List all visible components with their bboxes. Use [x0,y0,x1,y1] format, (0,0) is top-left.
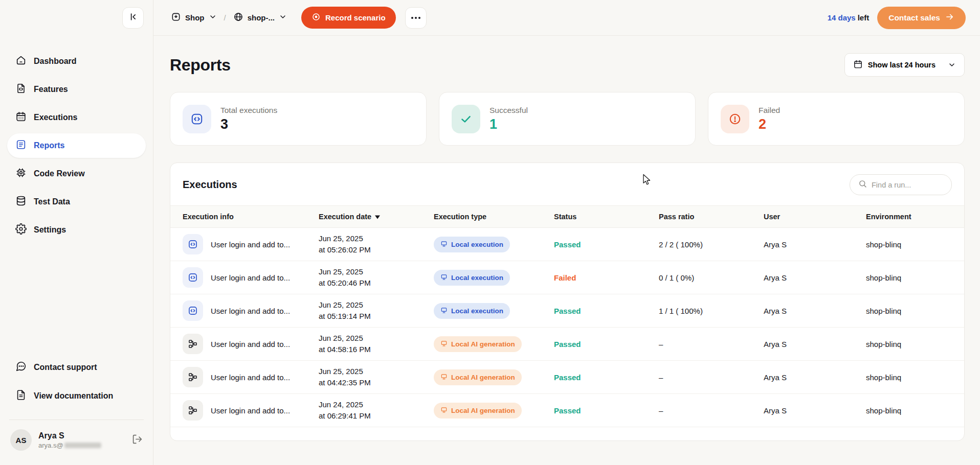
column-header-environment: Environment [866,213,964,221]
home-icon [15,55,27,68]
sidebar-item-view-documentation[interactable]: View documentation [0,384,153,408]
run-date: Jun 25, 2025at 05:19:14 PM [319,299,434,322]
run-environment: shop-blinq [866,406,964,415]
date-filter-dropdown[interactable]: Show last 24 hours [844,53,965,77]
chat-icon [15,361,27,374]
stat-value: 3 [220,117,277,132]
sidebar-item-dashboard[interactable]: Dashboard [0,49,153,74]
record-scenario-button[interactable]: Record scenario [301,7,396,29]
execution-type-badge: Local execution [434,303,510,319]
executions-title: Executions [183,179,237,191]
trial-countdown: 14 daysleft [828,13,870,22]
sidebar-divider [9,420,144,420]
table-row[interactable]: User login and add to... Jun 24, 2025at … [170,394,964,427]
run-name: User login and add to... [211,406,290,415]
execution-type-badge: Local execution [434,237,510,252]
run-name: User login and add to... [211,240,290,249]
search-box[interactable] [850,174,952,195]
table-row[interactable]: User login and add to... Jun 25, 2025at … [170,361,964,394]
sidebar-item-executions[interactable]: Executions [0,105,153,130]
executions-panel: Executions Execution info Execution date… [170,162,965,441]
sidebar-item-contact-support[interactable]: Contact support [0,355,153,380]
run-user: Arya S [764,406,866,415]
column-header-status: Status [554,213,659,221]
run-user: Arya S [764,240,866,249]
page-title: Reports [170,56,231,75]
status-badge: Passed [554,373,659,382]
breadcrumb-separator: / [224,13,226,22]
chevron-down-icon [209,13,217,22]
table-row[interactable]: User login and add to... Jun 25, 2025at … [170,328,964,361]
sidebar-item-reports[interactable]: Reports [7,133,146,158]
sidebar-item-label: Executions [34,113,77,122]
sidebar-collapse-button[interactable] [122,7,144,29]
table-row[interactable]: User login and add to... Jun 25, 2025at … [170,294,964,328]
globe-icon [233,12,243,24]
stat-card-successful: Successful 1 [439,92,696,146]
run-date: Jun 24, 2025at 06:29:41 PM [319,399,434,422]
avatar: AS [10,429,32,451]
run-user: Arya S [764,373,866,382]
user-profile[interactable]: AS Arya S arya.s@ [0,429,153,462]
table-row[interactable]: User login and add to... Jun 25, 2025at … [170,261,964,294]
sidebar-item-features[interactable]: Features [0,77,153,102]
environment-name: shop-... [248,13,275,22]
database-icon [15,195,27,208]
run-date: Jun 25, 2025at 04:42:35 PM [319,366,434,388]
robot-icon [440,340,448,348]
content: Reports Show last 24 hours Total executi… [153,36,980,465]
column-header-user: User [764,213,866,221]
monitor-icon [440,307,448,315]
feature-file-icon [15,83,27,96]
check-icon [452,105,480,133]
arrow-right-icon [945,12,954,24]
run-name: User login and add to... [211,273,290,282]
user-name: Arya S [38,431,125,440]
robot-icon [440,373,448,382]
stat-label: Failed [759,106,780,115]
code-icon [183,267,203,288]
search-input[interactable] [872,181,943,189]
collapse-sidebar-icon [128,12,138,24]
run-environment: shop-blinq [866,240,964,249]
run-name: User login and add to... [211,373,290,382]
document-icon [15,389,27,403]
column-header-pass-ratio: Pass ratio [659,213,764,221]
execution-type-badge: Local execution [434,270,510,286]
project-icon [171,12,181,24]
run-user: Arya S [764,340,866,348]
status-badge: Passed [554,240,659,249]
pass-ratio: 1 / 1 ( 100%) [659,307,764,315]
pass-ratio: 0 / 1 ( 0%) [659,273,764,282]
robot-icon [440,406,448,415]
logout-button[interactable] [132,434,143,447]
calendar-icon [15,111,27,124]
run-name: User login and add to... [211,340,290,348]
sidebar-item-test-data[interactable]: Test Data [0,190,153,214]
status-badge: Failed [554,273,659,282]
project-selector[interactable]: Shop [171,12,217,24]
topbar: Shop / shop-... Record scenario [153,0,980,36]
search-icon [858,179,867,190]
column-header-execution-type: Execution type [434,213,554,221]
flow-icon [183,334,203,354]
environment-selector[interactable]: shop-... [233,12,287,24]
column-header-execution-date[interactable]: Execution date [319,213,434,221]
stat-card-failed: Failed 2 [708,92,965,146]
status-badge: Passed [554,307,659,315]
table-row[interactable]: User login and add to... Jun 25, 2025at … [170,228,964,261]
stat-label: Total executions [220,106,277,115]
run-name: User login and add to... [211,307,290,315]
run-environment: shop-blinq [866,340,964,348]
sidebar-item-label: Test Data [34,197,70,206]
stats-row: Total executions 3 Successful 1 [170,92,965,146]
status-badge: Passed [554,406,659,415]
stat-label: Successful [489,106,528,115]
main-area: Shop / shop-... Record scenario [153,0,980,465]
email-redacted [64,443,101,448]
sidebar-item-code-review[interactable]: Code Review [0,161,153,186]
sidebar-item-settings[interactable]: Settings [0,218,153,242]
contact-sales-button[interactable]: Contact sales [877,7,966,29]
run-user: Arya S [764,307,866,315]
more-options-button[interactable] [405,7,427,29]
